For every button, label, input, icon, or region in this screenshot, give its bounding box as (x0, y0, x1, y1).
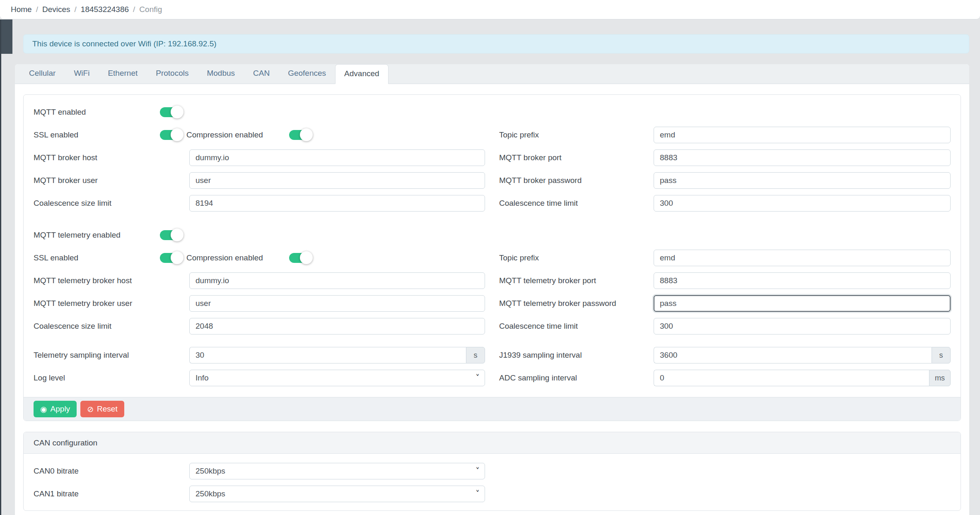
coalescence-time-limit-input[interactable] (654, 195, 951, 212)
breadcrumb: Home / Devices / 18453224386 / Config (11, 5, 162, 14)
telemetry-coalescence-time-label: Coalescence time limit (499, 322, 654, 331)
mqtt-broker-user-label: MQTT broker user (34, 176, 189, 185)
telemetry-broker-port-input[interactable] (654, 272, 951, 289)
telemetry-broker-port-label: MQTT telemetry broker port (499, 276, 654, 285)
chevron-down-icon: ˅ (476, 373, 480, 383)
tab-protocols[interactable]: Protocols (147, 64, 198, 84)
mqtt-broker-port-label: MQTT broker port (499, 153, 654, 162)
mqtt-broker-port-input[interactable] (654, 149, 951, 166)
log-level-label: Log level (34, 373, 189, 383)
breadcrumb-separator: / (36, 5, 38, 14)
telemetry-broker-host-input[interactable] (189, 272, 485, 289)
breadcrumb-devices[interactable]: Devices (42, 5, 70, 14)
milliseconds-unit-addon: ms (929, 370, 951, 386)
tab-modbus[interactable]: Modbus (198, 64, 244, 84)
telemetry-broker-user-label: MQTT telemetry broker user (34, 299, 189, 308)
alert-text: This device is connected over Wifi (IP: … (32, 39, 217, 48)
can-configuration-title: CAN configuration (34, 438, 97, 448)
log-level-select[interactable]: Info ˅ (189, 370, 485, 386)
adc-sampling-interval-input[interactable] (654, 370, 929, 386)
can-configuration-header: CAN configuration (24, 432, 961, 454)
reset-button[interactable]: ⊘ Reset (80, 401, 124, 417)
tab-cellular[interactable]: Cellular (20, 64, 65, 84)
telemetry-broker-host-label: MQTT telemetry broker host (34, 276, 189, 285)
breadcrumb-bar: Home / Devices / 18453224386 / Config (0, 0, 980, 19)
toggle-knob (300, 251, 313, 264)
mqtt-ssl-enabled-label: SSL enabled (34, 130, 160, 140)
breadcrumb-separator: / (75, 5, 77, 14)
can-configuration-panel: CAN configuration CAN0 bitrate 250kbps ˅ (23, 432, 961, 511)
seconds-unit-addon: s (932, 347, 951, 363)
config-tabs: Cellular WiFi Ethernet Protocols Modbus … (15, 64, 969, 84)
telemetry-sampling-interval-label: Telemetry sampling interval (34, 351, 189, 360)
telemetry-broker-password-input[interactable] (654, 295, 951, 312)
mqtt-broker-password-label: MQTT broker password (499, 176, 654, 185)
mqtt-topic-prefix-label: Topic prefix (499, 130, 654, 140)
record-circle-icon: ◉ (40, 405, 47, 413)
telemetry-coalescence-time-input[interactable] (654, 318, 951, 335)
config-card: Cellular WiFi Ethernet Protocols Modbus … (15, 64, 969, 515)
tab-ethernet[interactable]: Ethernet (99, 64, 147, 84)
chevron-down-icon: ˅ (476, 466, 480, 476)
telemetry-broker-user-input[interactable] (189, 295, 485, 312)
advanced-tab-panel: MQTT enabled SSL enabled Compression ena… (15, 84, 969, 515)
j1939-sampling-interval-label: J1939 sampling interval (499, 351, 654, 360)
can1-bitrate-select[interactable]: 250kbps ˅ (189, 486, 485, 502)
mqtt-broker-host-input[interactable] (189, 149, 485, 166)
mqtt-compression-label: Compression enabled (186, 130, 289, 140)
telemetry-topic-prefix-input[interactable] (654, 250, 951, 266)
can0-bitrate-label: CAN0 bitrate (34, 467, 189, 476)
mqtt-enabled-label: MQTT enabled (34, 108, 160, 117)
can0-bitrate-selected-value: 250kbps (196, 467, 225, 476)
telemetry-coalescence-size-label: Coalescence size limit (34, 322, 189, 331)
coalescence-size-limit-input[interactable] (189, 195, 485, 212)
mqtt-broker-host-label: MQTT broker host (34, 153, 189, 162)
wifi-connection-alert: This device is connected over Wifi (IP: … (23, 34, 969, 53)
chevron-down-icon: ˅ (476, 489, 480, 498)
toggle-knob (171, 106, 183, 118)
mqtt-ssl-toggle[interactable] (160, 130, 182, 140)
toggle-knob (171, 128, 183, 141)
tab-can[interactable]: CAN (244, 64, 279, 84)
reset-button-label: Reset (97, 404, 118, 414)
mqtt-telemetry-enabled-label: MQTT telemetry enabled (34, 231, 160, 240)
coalescence-size-limit-label: Coalescence size limit (34, 199, 189, 208)
mqtt-telemetry-enabled-toggle[interactable] (160, 230, 182, 240)
toggle-knob (171, 251, 183, 264)
apply-button[interactable]: ◉ Apply (34, 401, 77, 417)
mqtt-enabled-toggle[interactable] (160, 107, 182, 117)
config-page: Home / Devices / 18453224386 / Config Th… (0, 0, 980, 515)
can0-bitrate-select[interactable]: 250kbps ˅ (189, 463, 485, 479)
telemetry-sampling-interval-input[interactable] (189, 347, 466, 363)
telemetry-compression-toggle[interactable] (289, 253, 311, 263)
telemetry-ssl-toggle[interactable] (160, 253, 182, 263)
mqtt-broker-user-input[interactable] (189, 172, 485, 189)
breadcrumb-home[interactable]: Home (11, 5, 32, 14)
telemetry-topic-prefix-label: Topic prefix (499, 253, 654, 262)
ban-circle-icon: ⊘ (87, 405, 94, 413)
advanced-form-panel: MQTT enabled SSL enabled Compression ena… (23, 94, 961, 421)
log-level-selected-value: Info (196, 373, 209, 383)
seconds-unit-addon: s (466, 347, 485, 363)
breadcrumb-current-config: Config (139, 5, 162, 14)
can1-bitrate-selected-value: 250kbps (196, 489, 225, 498)
telemetry-coalescence-size-input[interactable] (189, 318, 485, 335)
adc-sampling-interval-label: ADC sampling interval (499, 373, 654, 383)
telemetry-ssl-enabled-label: SSL enabled (34, 253, 160, 262)
breadcrumb-device-id[interactable]: 18453224386 (81, 5, 129, 14)
toggle-knob (171, 229, 183, 241)
apply-button-label: Apply (51, 404, 70, 414)
coalescence-time-limit-label: Coalescence time limit (499, 199, 654, 208)
mqtt-compression-toggle[interactable] (289, 130, 311, 140)
tab-advanced[interactable]: Advanced (335, 64, 389, 84)
content-area: This device is connected over Wifi (IP: … (0, 19, 980, 515)
tab-geofences[interactable]: Geofences (279, 64, 335, 84)
toggle-knob (300, 128, 313, 141)
mqtt-broker-password-input[interactable] (654, 172, 951, 189)
telemetry-broker-password-label: MQTT telemetry broker password (499, 299, 654, 308)
can1-bitrate-label: CAN1 bitrate (34, 489, 189, 498)
mqtt-topic-prefix-input[interactable] (654, 127, 951, 143)
tab-wifi[interactable]: WiFi (65, 64, 99, 84)
telemetry-compression-label: Compression enabled (186, 253, 289, 262)
j1939-sampling-interval-input[interactable] (654, 347, 932, 363)
